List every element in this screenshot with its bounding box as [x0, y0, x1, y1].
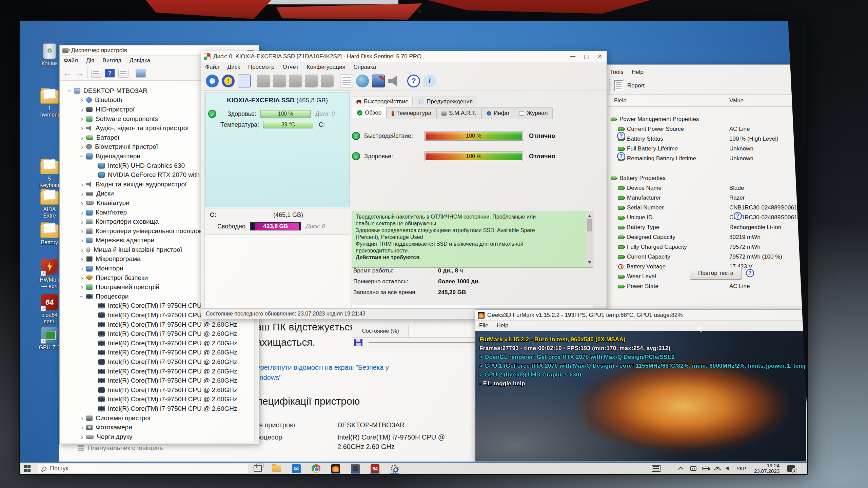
report-row[interactable]: Power StateAC Line [606, 281, 807, 291]
tab-температура[interactable]: Температура [387, 107, 436, 119]
tray-news-icon[interactable] [652, 463, 660, 474]
taskbar-chrome[interactable] [309, 464, 323, 473]
tab-быстродействие[interactable]: Быстродействие [352, 97, 413, 106]
retest-button[interactable]: Повтор теста [690, 267, 742, 280]
menu-item-file[interactable]: File [475, 321, 492, 330]
properties-icon[interactable] [118, 69, 129, 78]
sentinel-titlebar[interactable]: Диск: 0, KIOXIA-EXCERIA SSD [Z1DA10F4K2S… [201, 51, 607, 62]
task-view-button[interactable] [254, 465, 262, 472]
info-icon[interactable]: i [423, 75, 436, 87]
scan-hardware-icon[interactable] [136, 69, 146, 78]
report-button[interactable]: Report [627, 82, 645, 89]
taskbar-hdsentinel[interactable] [349, 464, 362, 473]
disk-view-icon[interactable] [238, 75, 251, 87]
state-percent-tab[interactable]: Состояние (%) [352, 325, 409, 337]
menu-item-дія[interactable]: Дія [82, 56, 99, 65]
scroll-thumb[interactable] [587, 219, 592, 231]
save-icon[interactable] [354, 339, 362, 346]
report-row[interactable]: Device NameBlade [606, 183, 807, 193]
tree-item[interactable]: Intel(R) Core(TM) i7-9750H CPU @ 2.60GHz [63, 376, 254, 385]
report-row[interactable]: Fully Charged Capacity79572 mWh [606, 242, 807, 252]
chevron-closed-icon[interactable]: › [78, 256, 86, 262]
chevron-open-icon[interactable]: › [79, 292, 85, 301]
chevron-open-icon[interactable]: › [79, 152, 85, 160]
menu-item-help[interactable]: Help [492, 321, 512, 330]
menu-item-файл[interactable]: Файл [60, 56, 82, 65]
menu-item-help[interactable]: Help [628, 67, 648, 77]
column-divider[interactable] [726, 96, 726, 105]
chevron-closed-icon[interactable]: › [78, 143, 86, 150]
tree-item[interactable]: Intel(R) Core(TM) i7-9750H CPU @ 2.60GHz [63, 320, 254, 329]
taskbar-file-explorer[interactable] [270, 464, 283, 473]
tree-item[interactable]: ›Системні пристрої [63, 413, 254, 423]
warnings-icon[interactable] [222, 75, 235, 87]
report-icon[interactable] [340, 75, 353, 87]
tray-chevron-icon[interactable] [678, 463, 682, 474]
taskbar-furmark[interactable] [329, 464, 342, 473]
tree-item[interactable]: ›Черги друку [63, 432, 254, 442]
report-row[interactable]: Unique IDCNB1RC30-024889S00618-A01RazerB [606, 212, 807, 222]
tree-item[interactable]: Intel(R) Core(TM) i7-9750H CPU @ 2.60GHz [63, 348, 254, 358]
user-head-icon[interactable] [321, 75, 334, 87]
tray-camera-icon[interactable] [690, 463, 696, 474]
report-row[interactable]: Full Battery LifetimeUnknown [606, 144, 807, 154]
tray-volume-icon[interactable] [726, 463, 729, 474]
tree-item[interactable]: Intel(R) Core(TM) i7-9750H CPU @ 2.60GHz [63, 357, 254, 367]
tree-item[interactable]: Intel(R) Core(TM) i7-9750H CPU @ 2.60GHz [63, 404, 254, 413]
notification-center-button[interactable]: 1 [787, 463, 795, 474]
disk-clock-icon[interactable] [273, 75, 286, 87]
help-icon[interactable]: ? [617, 132, 625, 140]
report-row[interactable]: Power Management Properties [606, 114, 807, 124]
help-icon[interactable]: ? [746, 269, 754, 277]
chevron-closed-icon[interactable]: › [78, 97, 86, 103]
column-value[interactable]: Value [729, 97, 744, 104]
search-box[interactable]: Пошук [38, 464, 248, 473]
help-icon[interactable]: ? [407, 75, 420, 87]
scroll-up-icon[interactable] [588, 213, 591, 217]
chevron-closed-icon[interactable]: › [78, 415, 86, 422]
start-button[interactable] [24, 465, 31, 472]
report-row[interactable]: Designed Capacity80219 mWh [606, 232, 807, 242]
chevron-closed-icon[interactable]: › [78, 228, 86, 235]
chevron-closed-icon[interactable]: › [78, 125, 86, 131]
menu-item-довідка[interactable]: Довідка [125, 56, 154, 65]
refresh-icon[interactable] [206, 75, 219, 87]
chevron-closed-icon[interactable]: › [78, 218, 86, 225]
repair-icon[interactable] [305, 75, 318, 87]
chevron-closed-icon[interactable]: › [78, 433, 86, 440]
report-row[interactable]: Battery Status100 % (High Level) [606, 134, 807, 144]
help-icon[interactable]: ? [105, 69, 115, 78]
menu-item-файл[interactable]: Файл [201, 62, 223, 72]
disk-tools-icon[interactable] [257, 75, 270, 87]
tab-инфо[interactable]: iИнфо [481, 107, 514, 119]
tab-предупреждения[interactable]: Предупреждения [415, 97, 477, 106]
help-icon[interactable]: ? [734, 212, 742, 220]
disk-list-item-kioxia[interactable]: KIOXIA-EXCERIA SSD (465,8 GB) ✓ Здоровье… [205, 92, 350, 207]
tab-журнал[interactable]: Журнал [514, 107, 553, 119]
chevron-closed-icon[interactable]: › [78, 209, 86, 216]
tree-item[interactable]: Intel(R) Core(TM) i7-9750H CPU @ 2.60GHz [63, 329, 254, 339]
tray-clock[interactable]: 19:24 23.07.2023 [754, 463, 780, 474]
report-row[interactable]: Battery Properties [606, 173, 807, 183]
chevron-closed-icon[interactable]: › [78, 237, 86, 244]
report-row[interactable]: Current Power SourceAC Line [606, 124, 807, 134]
tree-item[interactable]: Intel(R) Core(TM) i7-9750H CPU @ 2.60GHz [63, 395, 254, 404]
report-row[interactable]: Serial NumberCNB1RC30-024889S00618-A01 [606, 203, 807, 212]
close-button[interactable]: ✕ [593, 53, 607, 60]
menu-item-справка[interactable]: Справка [350, 62, 380, 72]
system-tools-icon[interactable] [372, 75, 385, 87]
tray-wifi-icon[interactable] [714, 463, 721, 474]
chevron-closed-icon[interactable]: › [78, 106, 86, 113]
maximize-button[interactable]: ▢ [579, 53, 593, 60]
report-row[interactable]: Remaining Battery LifetimeUnknown [606, 154, 807, 163]
report-row[interactable]: Battery TypeRechargeable Li-Ion [606, 222, 807, 232]
chevron-closed-icon[interactable]: › [78, 424, 86, 431]
menu-item-просмотр[interactable]: Просмотр [244, 62, 279, 72]
minimize-button[interactable]: — [566, 53, 579, 60]
tab-s.m.a.r.t.[interactable]: S.M.A.R.T. [436, 107, 481, 119]
forward-icon[interactable]: → [75, 69, 84, 78]
scroll-down-icon[interactable] [588, 261, 591, 265]
help-icon[interactable]: ? [617, 152, 625, 160]
chevron-closed-icon[interactable]: › [78, 284, 86, 290]
menu-item-отчёт[interactable]: Отчёт [278, 62, 302, 72]
